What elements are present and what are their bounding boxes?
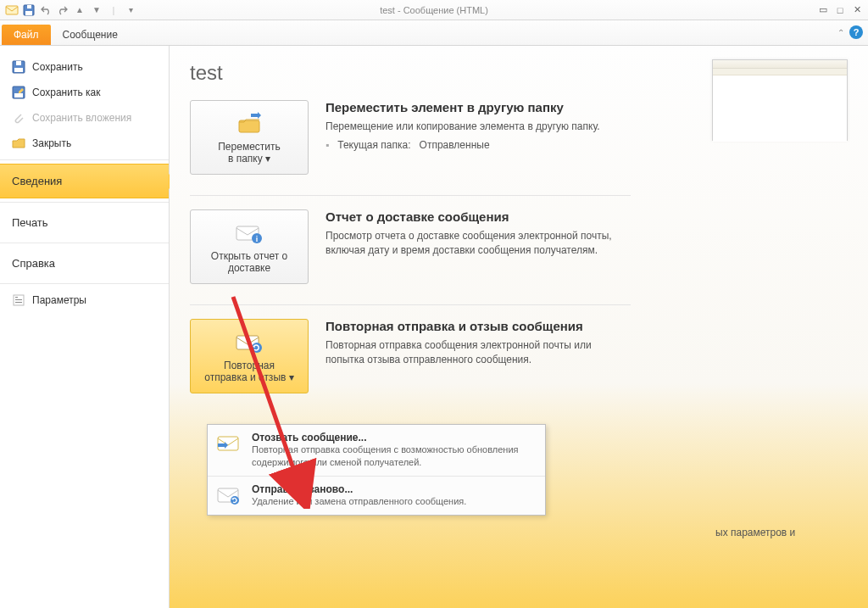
folder-close-icon: [12, 137, 25, 150]
svg-rect-3: [27, 5, 31, 8]
svg-rect-5: [14, 68, 23, 72]
resend-recall-icon: [234, 331, 264, 354]
clipped-text-fragment: ых параметров и: [715, 527, 795, 538]
prev-icon[interactable]: ▲: [73, 3, 86, 17]
sidebar-item-label: Сохранить вложения: [32, 112, 131, 124]
svg-rect-6: [16, 61, 21, 65]
ribbon: Файл Сообщение ⌃ ?: [0, 20, 868, 46]
dd-desc: Повторная отправка сообщения с возможнос…: [252, 443, 537, 469]
section-heading: Повторная отправка и отзыв сообщения: [326, 319, 631, 333]
window-controls: ▭ □ ✕: [815, 4, 865, 16]
dd-desc: Удаление или замена отправленного сообще…: [252, 495, 466, 508]
preview-body: [713, 75, 847, 142]
section-delivery: i Открыть отчет о доставке Отчет о доста…: [190, 209, 848, 284]
section-resend: Повторная отправка и отзыв ▾ Повторная о…: [190, 319, 848, 393]
save-as-icon: [12, 86, 25, 99]
sidebar-separator: [0, 202, 169, 203]
current-folder-label: Текущая папка:: [337, 139, 410, 151]
delivery-report-icon: i: [234, 221, 264, 245]
sidebar: Сохранить Сохранить как Сохранить вложен…: [0, 46, 170, 608]
backstage: Сохранить Сохранить как Сохранить вложен…: [0, 46, 868, 608]
section-move-text: Переместить элемент в другую папку Перем…: [326, 100, 631, 151]
svg-point-18: [252, 343, 262, 353]
sidebar-item-label: Сохранить как: [32, 86, 100, 98]
resend-recall-dropdown: Отозвать сообщение... Повторная отправка…: [207, 424, 546, 516]
section-delivery-text: Отчет о доставке сообщения Просмотр отче…: [326, 209, 631, 259]
section-desc: Повторная отправка сообщения электронной…: [326, 338, 631, 368]
redo-icon[interactable]: [56, 3, 70, 17]
sidebar-save[interactable]: Сохранить: [0, 54, 169, 80]
current-folder-line: ▪ Текущая папка: Отправленные: [326, 139, 631, 151]
preview-header: [713, 60, 847, 69]
svg-rect-8: [14, 93, 23, 98]
sidebar-separator: [0, 159, 169, 160]
next-icon[interactable]: ▼: [90, 3, 103, 17]
message-tab[interactable]: Сообщение: [51, 25, 130, 45]
dd-title: Отправить заново...: [252, 483, 466, 495]
message-preview: [712, 59, 848, 141]
sidebar-print[interactable]: Печать: [0, 206, 169, 239]
dd-title: Отозвать сообщение...: [252, 432, 537, 443]
sidebar-item-label: Параметры: [32, 294, 86, 306]
button-label: Переместить в папку ▾: [218, 141, 281, 165]
svg-rect-2: [25, 11, 32, 15]
quick-access-toolbar: ▲ ▼ | ▾: [0, 3, 137, 17]
sidebar-save-attachments: Сохранить вложения: [0, 105, 169, 131]
move-to-folder-button[interactable]: Переместить в папку ▾: [190, 100, 309, 175]
recall-message-icon: [216, 433, 243, 454]
maximize-button[interactable]: □: [832, 4, 848, 16]
section-desc: Перемещение или копирование элемента в д…: [326, 120, 631, 134]
current-folder-value: Отправленные: [420, 139, 490, 151]
open-delivery-report-button[interactable]: i Открыть отчет о доставке: [190, 209, 309, 284]
button-label: Открыть отчет о доставке: [211, 250, 287, 274]
window-title: test - Сообщение (HTML): [380, 5, 488, 15]
sidebar-help[interactable]: Справка: [0, 247, 169, 280]
save-icon: [12, 60, 25, 74]
move-folder-icon: [234, 112, 264, 136]
svg-rect-10: [15, 297, 18, 298]
help-icon[interactable]: ?: [849, 25, 863, 39]
svg-rect-11: [15, 299, 22, 300]
save-icon[interactable]: [22, 3, 36, 17]
resend-recall-button[interactable]: Повторная отправка и отзыв ▾: [190, 319, 309, 393]
close-button[interactable]: ✕: [849, 4, 865, 16]
main-panel: test Переместить в папку ▾ Переместить э…: [170, 46, 868, 608]
button-label: Повторная отправка и отзыв ▾: [204, 360, 293, 383]
section-heading: Отчет о доставке сообщения: [326, 209, 631, 224]
sidebar-item-label: Сведения: [12, 175, 62, 187]
qat-customize-icon[interactable]: ▾: [124, 3, 137, 17]
sidebar-item-label: Сохранить: [32, 61, 83, 73]
sidebar-save-as[interactable]: Сохранить как: [0, 80, 169, 105]
qat-sep: |: [107, 3, 120, 17]
sidebar-info[interactable]: Сведения: [0, 164, 169, 198]
attachment-icon: [12, 111, 25, 125]
svg-text:i: i: [256, 235, 259, 243]
sidebar-item-label: Печать: [12, 216, 48, 229]
sidebar-item-label: Закрыть: [32, 137, 71, 149]
resend-message-item[interactable]: Отправить заново... Удаление или замена …: [208, 477, 545, 515]
svg-point-21: [231, 496, 239, 505]
undo-icon[interactable]: [39, 3, 53, 17]
file-tab[interactable]: Файл: [2, 25, 51, 45]
recall-message-item[interactable]: Отозвать сообщение... Повторная отправка…: [208, 425, 545, 477]
app-icon: [5, 3, 19, 17]
section-desc: Просмотр отчета о доставке сообщения эле…: [326, 229, 631, 259]
sidebar-options[interactable]: Параметры: [0, 287, 169, 313]
ribbon-collapse-icon[interactable]: ⌃: [837, 28, 844, 37]
sidebar-separator: [0, 283, 169, 284]
sidebar-close[interactable]: Закрыть: [0, 131, 169, 156]
section-resend-text: Повторная отправка и отзыв сообщения Пов…: [326, 319, 631, 368]
section-heading: Переместить элемент в другую папку: [326, 100, 631, 114]
options-icon: [12, 293, 25, 307]
sidebar-item-label: Справка: [12, 257, 55, 270]
minimize-button[interactable]: ▭: [815, 4, 831, 16]
svg-rect-12: [15, 302, 22, 303]
sidebar-separator: [0, 243, 169, 243]
resend-message-icon: [216, 485, 243, 505]
title-bar: ▲ ▼ | ▾ test - Сообщение (HTML) ▭ □ ✕: [0, 0, 868, 20]
svg-rect-0: [6, 6, 18, 14]
